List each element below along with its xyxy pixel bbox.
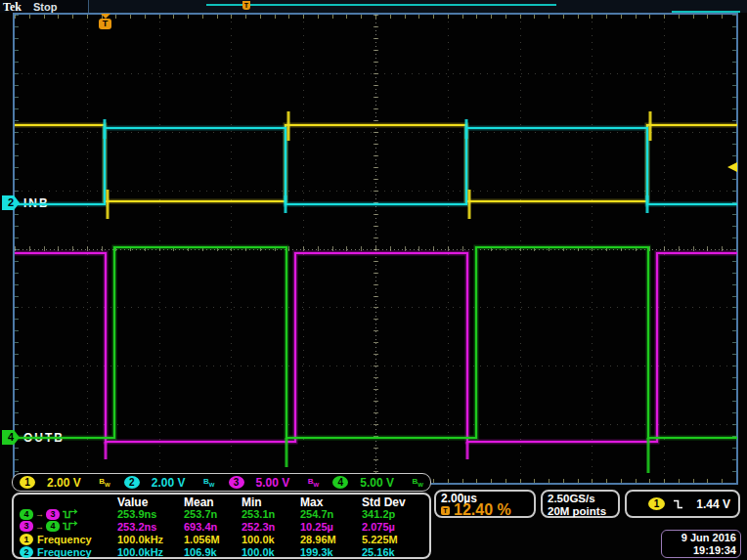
channel-4-scale: 5.00 V xyxy=(360,476,394,490)
acquisition-status: Stop xyxy=(33,1,57,13)
channel-4-badge[interactable]: 4 xyxy=(2,430,20,445)
measurement-header-row: Value Mean Min Max Std Dev xyxy=(20,495,425,508)
source-4-badge: 4 xyxy=(46,521,60,532)
channel-2-badge[interactable]: 2 xyxy=(2,195,20,210)
trigger-position-marker[interactable]: T xyxy=(98,14,112,29)
measurement-row-ch1-frequency[interactable]: 1 Frequency 100.0kHz 1.056M 100.0k 28.96… xyxy=(20,533,425,545)
bandwidth-limit-icon: BW xyxy=(308,477,319,488)
col-stddev: Std Dev xyxy=(362,495,425,509)
arrow-icon: → xyxy=(35,522,44,532)
bandwidth-limit-icon: BW xyxy=(99,477,110,488)
col-min: Min xyxy=(242,495,300,509)
acquisition-box[interactable]: 2.50GS/s 20M points xyxy=(541,490,620,518)
trigger-settings-box[interactable]: 1 1.44 V xyxy=(625,490,740,518)
channel-1-badge: 1 xyxy=(20,534,33,545)
channel-3-badge[interactable]: 3 xyxy=(229,476,244,489)
channel-1-readout[interactable]: 1 2.00 V BW xyxy=(13,476,117,490)
center-vertical-axis xyxy=(374,15,378,483)
trigger-t-icon: T xyxy=(99,19,111,29)
header: Tek Stop T xyxy=(0,0,747,13)
channel-4-badge[interactable]: 4 xyxy=(332,476,348,489)
channel-2-label: INB xyxy=(23,196,50,210)
trigger-level: 1.44 V xyxy=(696,497,730,511)
horizontal-settings-box[interactable]: 2.00µs T 12.40 % xyxy=(434,490,536,518)
channel-2-badge: 2 xyxy=(20,546,33,558)
channel-4-readout[interactable]: 4 5.00 V BW xyxy=(326,476,430,490)
col-max: Max xyxy=(300,495,362,509)
measurement-row-delay-3-4[interactable]: 3 → 4 253.2ns 693.4n 252.3n 10.25µ 2.075… xyxy=(20,521,425,534)
trigger-t-icon: T xyxy=(441,506,450,515)
channel-4-position-marker[interactable]: 4 OUTB xyxy=(2,430,65,445)
datetime-box: 9 Jun 2016 19:19:34 xyxy=(661,530,741,558)
graticule xyxy=(13,13,738,485)
channel-2-readout[interactable]: 2 2.00 V BW xyxy=(117,476,222,490)
delay-edge-icon xyxy=(62,509,79,520)
channel-3-readout[interactable]: 3 5.00 V BW xyxy=(222,476,327,490)
falling-edge-slope-icon xyxy=(673,498,686,510)
col-value: Value xyxy=(117,495,184,509)
source-3-badge: 3 xyxy=(46,509,60,520)
trigger-level-arrow-icon[interactable] xyxy=(727,162,737,172)
bandwidth-limit-icon: BW xyxy=(413,477,423,488)
delay-edge-icon xyxy=(62,521,79,532)
oscilloscope-screen: Tek Stop T T 2 INB 4 OUTB 1 2 xyxy=(0,0,747,560)
channel-2-position-marker[interactable]: 2 INB xyxy=(2,195,50,210)
record-trigger-marker[interactable]: T xyxy=(242,1,250,10)
channel-1-badge[interactable]: 1 xyxy=(20,476,35,489)
col-mean: Mean xyxy=(184,495,242,509)
record-length: 20M points xyxy=(548,505,613,518)
date: 9 Jun 2016 xyxy=(666,532,736,544)
measurement-row-delay-4-3[interactable]: 4 → 3 253.9ns 253.7n 253.1n 254.7n 341.2… xyxy=(20,508,425,521)
channel-2-scale: 2.00 V xyxy=(152,476,186,490)
sample-rate: 2.50GS/s xyxy=(548,493,613,505)
channel-3-scale: 5.00 V xyxy=(256,476,290,490)
trigger-position-percent: 12.40 % xyxy=(454,504,511,516)
source-4-badge: 4 xyxy=(20,509,33,520)
channel-1-scale: 2.00 V xyxy=(47,476,81,490)
channel-readout-bar: 1 2.00 V BW 2 2.00 V BW 3 5.00 V BW 4 5.… xyxy=(12,473,431,492)
source-3-badge: 3 xyxy=(20,521,33,532)
channel-2-badge[interactable]: 2 xyxy=(124,476,140,489)
time: 19:19:34 xyxy=(666,544,736,557)
measurement-row-ch2-frequency[interactable]: 2 Frequency 100.0kHz 106.9k 100.0k 199.3… xyxy=(20,545,425,558)
record-view-panel: T xyxy=(88,0,747,13)
arrow-icon: → xyxy=(35,509,44,519)
bandwidth-limit-icon: BW xyxy=(203,477,214,488)
measurement-table: Value Mean Min Max Std Dev 4 → 3 253.9ns… xyxy=(12,493,431,559)
trigger-source-badge: 1 xyxy=(648,497,665,510)
channel-4-label: OUTB xyxy=(23,431,65,445)
record-view-bar[interactable] xyxy=(206,4,556,6)
